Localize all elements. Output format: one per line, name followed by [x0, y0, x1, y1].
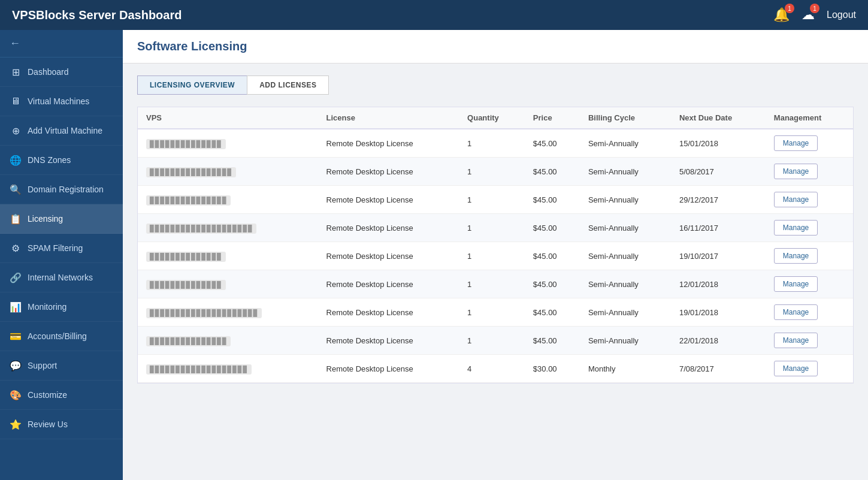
support-icon: 💬	[10, 360, 22, 372]
cell-quantity: 1	[459, 298, 525, 327]
cell-management: Manage	[766, 214, 853, 242]
manage-button[interactable]: Manage	[774, 220, 818, 236]
sidebar-item-monitoring[interactable]: 📊 Monitoring	[0, 292, 123, 322]
header-actions: 🔔 1 ☁ 1 Logout	[773, 7, 856, 23]
col-vps: VPS	[138, 107, 318, 129]
table-row: █████████████████████Remote Desktop Lice…	[138, 298, 853, 327]
col-quantity: Quantity	[459, 107, 525, 129]
tab-licensing-overview[interactable]: LICENSING OVERVIEW	[137, 76, 247, 95]
main-content: Software Licensing LICENSING OVERVIEW AD…	[123, 30, 868, 480]
cell-price: $45.00	[525, 186, 580, 214]
manage-button[interactable]: Manage	[774, 304, 818, 320]
header: VPSBlocks Server Dashboard 🔔 1 ☁ 1 Logou…	[0, 0, 868, 30]
cell-license: Remote Desktop License	[318, 129, 459, 158]
cell-vps: ██████████████	[138, 242, 318, 270]
cell-next_due: 19/10/2017	[671, 242, 766, 270]
cell-quantity: 1	[459, 242, 525, 270]
sidebar-label-review-us: Review Us	[28, 419, 68, 429]
dns-icon: 🌐	[10, 154, 22, 166]
manage-button[interactable]: Manage	[774, 192, 818, 207]
sidebar-item-support[interactable]: 💬 Support	[0, 351, 123, 381]
cell-price: $30.00	[525, 355, 580, 383]
manage-button[interactable]: Manage	[774, 333, 818, 348]
sidebar-label-internal-networks: Internal Networks	[28, 273, 93, 282]
cloud-icon-wrap[interactable]: ☁ 1	[802, 7, 815, 23]
cell-next_due: 29/12/2017	[671, 186, 766, 214]
cell-management: Manage	[766, 270, 853, 298]
cell-billing_cycle: Semi-Annually	[580, 214, 671, 242]
content-area: LICENSING OVERVIEW ADD LICENSES VPS Lice…	[123, 64, 868, 396]
cell-next_due: 22/01/2018	[671, 327, 766, 355]
notification-badge: 1	[785, 4, 794, 13]
col-management: Management	[766, 107, 853, 129]
sidebar-back-button[interactable]: ←	[0, 30, 123, 58]
cell-price: $45.00	[525, 242, 580, 270]
sidebar-item-dashboard[interactable]: ⊞ Dashboard	[0, 58, 123, 87]
networks-icon: 🔗	[10, 271, 22, 283]
cell-vps: ███████████████████	[138, 355, 318, 383]
sidebar-item-review-us[interactable]: ⭐ Review Us	[0, 410, 123, 439]
manage-button[interactable]: Manage	[774, 361, 818, 376]
sidebar-item-virtual-machines[interactable]: 🖥 Virtual Machines	[0, 87, 123, 116]
customize-icon: 🎨	[10, 389, 22, 401]
sidebar-label-domain-registration: Domain Registration	[28, 185, 104, 194]
table-row: ███████████████Remote Desktop License1$4…	[138, 327, 853, 355]
cell-license: Remote Desktop License	[318, 327, 459, 355]
cell-next_due: 16/11/2017	[671, 214, 766, 242]
sidebar-item-add-virtual-machine[interactable]: ⊕ Add Virtual Machine	[0, 116, 123, 146]
col-billing-cycle: Billing Cycle	[580, 107, 671, 129]
sidebar-item-accounts-billing[interactable]: 💳 Accounts/Billing	[0, 322, 123, 351]
sidebar-item-dns-zones[interactable]: 🌐 DNS Zones	[0, 146, 123, 175]
cell-quantity: 1	[459, 129, 525, 158]
cell-license: Remote Desktop License	[318, 270, 459, 298]
cell-management: Manage	[766, 158, 853, 186]
cell-vps: █████████████████████	[138, 298, 318, 327]
sidebar-item-internal-networks[interactable]: 🔗 Internal Networks	[0, 263, 123, 292]
col-price: Price	[525, 107, 580, 129]
cell-quantity: 1	[459, 186, 525, 214]
table-row: ███████████████Remote Desktop License1$4…	[138, 186, 853, 214]
cell-management: Manage	[766, 298, 853, 327]
notification-icon-wrap[interactable]: 🔔 1	[773, 7, 790, 23]
table-row: ██████████████Remote Desktop License1$45…	[138, 270, 853, 298]
tab-add-licenses[interactable]: ADD LICENSES	[247, 76, 329, 95]
monitoring-icon: 📊	[10, 301, 22, 313]
cell-billing_cycle: Semi-Annually	[580, 327, 671, 355]
sidebar: ← ⊞ Dashboard 🖥 Virtual Machines ⊕ Add V…	[0, 30, 123, 480]
cell-management: Manage	[766, 242, 853, 270]
cell-price: $45.00	[525, 298, 580, 327]
licenses-table: VPS License Quantity Price Billing Cycle…	[138, 107, 853, 383]
sidebar-item-customize[interactable]: 🎨 Customize	[0, 381, 123, 410]
sidebar-item-domain-registration[interactable]: 🔍 Domain Registration	[0, 175, 123, 204]
cell-vps: ███████████████	[138, 186, 318, 214]
cell-price: $45.00	[525, 214, 580, 242]
manage-button[interactable]: Manage	[774, 164, 818, 179]
spam-icon: ⚙	[10, 242, 22, 254]
manage-button[interactable]: Manage	[774, 276, 818, 292]
cell-next_due: 15/01/2018	[671, 129, 766, 158]
table-row: ████████████████Remote Desktop License1$…	[138, 158, 853, 186]
logout-button[interactable]: Logout	[827, 10, 856, 20]
cell-billing_cycle: Semi-Annually	[580, 158, 671, 186]
table-body: ██████████████Remote Desktop License1$45…	[138, 129, 853, 383]
cell-vps: ██████████████	[138, 129, 318, 158]
add-vm-icon: ⊕	[10, 125, 22, 137]
dashboard-icon: ⊞	[10, 66, 22, 78]
cell-quantity: 1	[459, 327, 525, 355]
back-icon: ←	[10, 37, 20, 49]
tab-bar: LICENSING OVERVIEW ADD LICENSES	[137, 76, 854, 95]
manage-button[interactable]: Manage	[774, 135, 818, 151]
sidebar-label-accounts-billing: Accounts/Billing	[28, 331, 87, 341]
cell-billing_cycle: Semi-Annually	[580, 129, 671, 158]
cell-quantity: 1	[459, 158, 525, 186]
table-row: ██████████████Remote Desktop License1$45…	[138, 129, 853, 158]
cell-management: Manage	[766, 129, 853, 158]
sidebar-item-licensing[interactable]: 📋 Licensing	[0, 204, 123, 234]
review-icon: ⭐	[10, 418, 22, 430]
sidebar-item-spam-filtering[interactable]: ⚙ SPAM Filtering	[0, 234, 123, 263]
cell-vps: ████████████████	[138, 158, 318, 186]
sidebar-label-customize: Customize	[28, 390, 67, 400]
cell-management: Manage	[766, 186, 853, 214]
manage-button[interactable]: Manage	[774, 248, 818, 264]
sidebar-label-add-virtual-machine: Add Virtual Machine	[28, 126, 102, 135]
